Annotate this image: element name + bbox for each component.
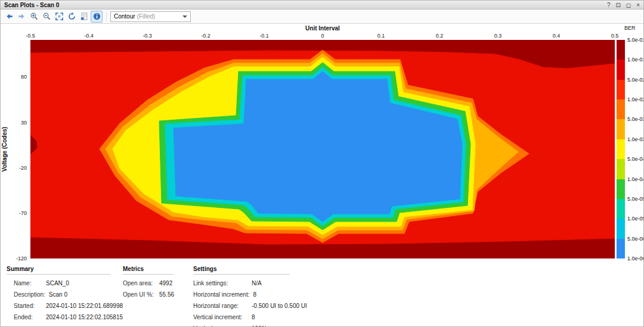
colorbar-segment (617, 159, 625, 179)
panel-row: Open UI %:55.56 (123, 289, 174, 300)
y-tick-label: -20 (19, 165, 27, 171)
panel-row: Open area:4992 (123, 278, 174, 289)
report-button[interactable] (78, 11, 90, 23)
row-value: -0.500 UI to 0.500 UI (252, 303, 307, 309)
zoom-in-button[interactable] (28, 11, 40, 23)
info-button[interactable] (91, 11, 103, 23)
row-value: SCAN_0 (46, 280, 69, 286)
panel-row: Description:Scan 0 (7, 289, 111, 300)
x-tick-label: -0.4 (84, 33, 94, 39)
row-label: Ended: (14, 314, 42, 320)
colorbar-label: 5.0e-04 (627, 156, 644, 162)
colorbar-label: 5.0e-01 (627, 37, 644, 43)
colorbar-segment (617, 119, 625, 139)
x-tick-label: 0.4 (553, 33, 561, 39)
panel-row: Vertical increment:8 (193, 312, 290, 323)
colorbar-label: 5.0e-02 (627, 77, 644, 83)
row-label: Open UI %: (123, 291, 156, 298)
x-axis-ticks: -0.5-0.4-0.3-0.2-0.100.10.20.30.40.5 (30, 33, 615, 39)
colorbar (617, 40, 625, 259)
panel-title: Settings (193, 266, 290, 275)
forward-button[interactable] (16, 11, 27, 23)
help-icon[interactable]: ? (607, 1, 611, 9)
y-tick-label: -70 (19, 210, 27, 216)
colorbar-label: 5.0e-05 (627, 196, 644, 202)
x-tick-label: 0.3 (494, 33, 502, 39)
colorbar-labels: 5.0e-011.0e-015.0e-021.0e-025.0e-031.0e-… (627, 40, 644, 259)
back-arrow-icon (5, 12, 14, 21)
x-tick-label: -0.5 (26, 33, 35, 39)
row-value: 8 (253, 291, 256, 298)
eye-scan-contour-plot (30, 40, 615, 259)
zoom-in-icon (30, 12, 39, 21)
x-tick-label: 0.5 (611, 33, 619, 39)
x-axis-title: Unit Interval (30, 25, 615, 32)
row-value: 55.56 (159, 291, 174, 298)
colorbar-segment (617, 239, 625, 259)
row-value: N/A (252, 280, 262, 286)
info-icon (92, 12, 101, 21)
row-label: Vertical increment: (193, 314, 248, 320)
y-tick-label: 30 (21, 120, 27, 126)
chevron-down-icon (182, 15, 187, 18)
y-axis-ticks: 8030-20-70-120 (10, 40, 28, 259)
row-label: Horizontal increment: (193, 291, 249, 298)
refresh-button[interactable] (66, 11, 78, 23)
colorbar-segment (617, 60, 625, 79)
panel-row: Started:2024-01-10 15:22:01.689998 (7, 300, 111, 312)
panel-metrics: MetricsOpen area:4992Open UI %:55.56 (123, 266, 174, 327)
colorbar-label: 1.0e-06 (627, 256, 644, 261)
maximize-icon[interactable]: ◻ (626, 1, 631, 9)
titlebar[interactable]: Scan Plots - Scan 0 ?⊡◻× (1, 1, 643, 10)
panel-row: Horizontal range:-0.500 UI to 0.500 UI (193, 300, 290, 312)
x-tick-label: 0 (321, 33, 324, 39)
x-tick-label: 0.2 (436, 33, 444, 39)
x-tick-label: -0.1 (259, 33, 269, 39)
window-controls: ?⊡◻× (607, 1, 640, 9)
plot-type-qualifier: (Filled) (137, 13, 156, 20)
info-panels: SummaryName:SCAN_0Description:Scan 0Star… (7, 266, 290, 327)
panel-row: Horizontal increment:8 (193, 289, 290, 300)
colorbar-segment (617, 80, 625, 99)
forward-arrow-icon (17, 12, 26, 21)
colorbar-label: 5.0e-03 (627, 116, 644, 122)
colorbar-label: 1.0e-03 (627, 136, 644, 142)
colorbar-segment (617, 139, 625, 159)
toolbar-separator (106, 12, 107, 21)
row-label: Started: (14, 303, 42, 309)
zoom-fit-button[interactable] (53, 11, 65, 23)
row-label: Description: (14, 291, 45, 298)
panel-row: Name:SCAN_0 (7, 278, 111, 289)
row-value: 2024-01-10 15:22:01.689998 (46, 303, 123, 309)
float-icon[interactable]: ⊡ (615, 1, 620, 9)
x-tick-label: 0.1 (377, 33, 385, 39)
colorbar-label: 1.0e-05 (627, 216, 644, 222)
row-value: 4992 (159, 280, 172, 286)
colorbar-segment (617, 99, 625, 119)
x-tick-label: -0.3 (143, 33, 152, 39)
panel-settings: SettingsLink settings:N/AHorizontal incr… (193, 266, 290, 327)
zoom-out-button[interactable] (41, 11, 52, 23)
close-icon[interactable]: × (636, 1, 640, 9)
row-label: Link settings: (193, 280, 248, 286)
row-value: 8 (252, 314, 255, 320)
x-tick-label: -0.2 (201, 33, 210, 39)
row-label: Name: (14, 280, 42, 286)
back-button[interactable] (3, 11, 15, 23)
zoom-fit-icon (55, 12, 64, 21)
scan-plots-window: Scan Plots - Scan 0 ?⊡◻× Contour (0, 0, 644, 327)
colorbar-segment (617, 40, 625, 60)
colorbar-segment (617, 199, 625, 219)
plot-type-dropdown[interactable]: Contour (Filled) (110, 11, 191, 22)
colorbar-label: 5.0e-06 (627, 236, 644, 242)
panel-row: Ended:2024-01-10 15:22:02.105815 (7, 312, 111, 323)
panel-title: Metrics (123, 266, 174, 275)
y-axis-title: Voltage (Codes) (1, 40, 9, 259)
colorbar-title: BER (624, 25, 636, 31)
row-value: Scan 0 (49, 291, 67, 298)
colorbar-label: 1.0e-02 (627, 96, 644, 102)
toolbar: Contour (Filled) (1, 10, 643, 24)
colorbar-segment (617, 219, 625, 238)
colorbar-label: 1.0e-04 (627, 176, 644, 182)
panel-row: Vertical range:100% (193, 323, 290, 327)
